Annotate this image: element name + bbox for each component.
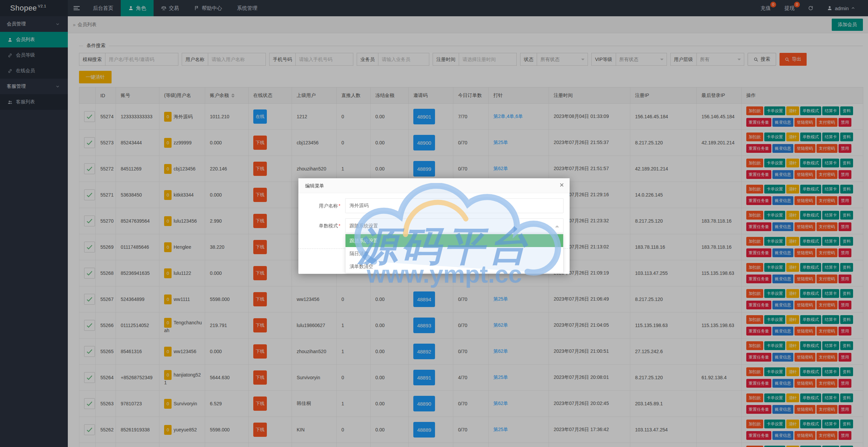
required-asterisk: * (339, 203, 340, 208)
dropdown-option-1[interactable]: 跟随系统设置 (346, 234, 563, 247)
dropdown-option-2[interactable]: 隔日清空 (346, 247, 563, 260)
modal-header: 编辑菜单 (298, 178, 570, 193)
caret-up-icon (555, 223, 559, 227)
order-mode-field-label: 单数模式* (298, 218, 345, 233)
close-icon[interactable]: ✕ (559, 182, 564, 189)
username-field[interactable] (345, 198, 564, 213)
dropdown-option-3[interactable]: 满单数清空 (346, 260, 563, 273)
order-mode-select[interactable]: 跟随系统设置 (345, 218, 564, 233)
required-asterisk: * (339, 223, 340, 228)
username-form-row: 用户名称* (298, 198, 570, 213)
order-mode-form-row: 单数模式* 跟随系统设置 (298, 218, 570, 233)
order-mode-selected-value: 跟随系统设置 (350, 223, 378, 228)
username-field-label: 用户名称* (298, 198, 345, 213)
modal-title: 编辑菜单 (305, 183, 324, 188)
order-mode-dropdown: 跟随系统设置隔日清空满单数清空 (345, 234, 564, 273)
